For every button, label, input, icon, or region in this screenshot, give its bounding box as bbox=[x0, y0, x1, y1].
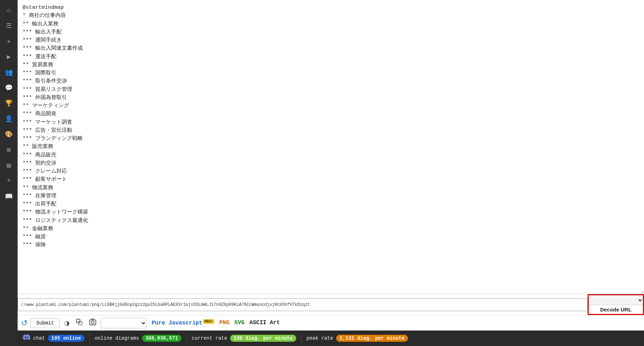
current-rate-badge: 130 diag. per minute bbox=[230, 335, 296, 342]
online-diagrams-badge: 388,036,571 bbox=[142, 335, 181, 342]
sidebar-item-home[interactable]: ⌂ bbox=[1, 3, 16, 18]
pure-javascript-link[interactable]: Pure JavascriptNEW! bbox=[151, 319, 214, 326]
sidebar: ⌂ ☰ ✈ ▶ 👥 💬 🏆 👤 🎨 ⊞ ▤ + 📖 bbox=[0, 0, 18, 346]
format-links: Pure JavascriptNEW! PNG SVG ASCII Art bbox=[151, 319, 280, 326]
sidebar-item-list[interactable]: ☰ bbox=[1, 18, 16, 33]
url-input[interactable] bbox=[18, 298, 588, 311]
svg-point-3 bbox=[91, 321, 94, 324]
sidebar-item-layers[interactable]: ▤ bbox=[1, 158, 16, 173]
sidebar-item-plus[interactable]: + bbox=[1, 173, 16, 188]
camera-icon-button[interactable] bbox=[87, 317, 98, 328]
decode-url-panel: Decode URL bbox=[588, 294, 644, 315]
sidebar-item-grid[interactable]: ⊞ bbox=[1, 142, 16, 157]
sidebar-item-award[interactable]: 🏆 bbox=[1, 96, 16, 111]
current-rate-label: current rate bbox=[192, 335, 227, 341]
svg-link[interactable]: SVG bbox=[234, 320, 244, 326]
sidebar-item-video[interactable]: ▶ bbox=[1, 49, 16, 64]
toolbar-row: ↺ Submit ◑ Pure JavascriptNEW! PNG SVG bbox=[18, 315, 644, 330]
editor-area: @startmindmap * 商社の仕事内容 ** 輸出入業務 *** 輸出入… bbox=[18, 0, 644, 294]
submit-button[interactable]: Submit bbox=[30, 318, 60, 328]
decode-url-button[interactable]: Decode URL bbox=[589, 305, 643, 314]
sidebar-item-book[interactable]: 📖 bbox=[1, 189, 16, 204]
discord-badge: 105 online bbox=[48, 335, 85, 342]
discord-status[interactable]: chat 105 online bbox=[18, 330, 89, 346]
code-editor[interactable]: @startmindmap * 商社の仕事内容 ** 輸出入業務 *** 輸出入… bbox=[18, 0, 644, 294]
discord-icon bbox=[23, 333, 30, 343]
sidebar-item-send[interactable]: ✈ bbox=[1, 34, 16, 49]
sidebar-item-palette[interactable]: 🎨 bbox=[1, 127, 16, 142]
decode-url-select[interactable] bbox=[589, 295, 643, 305]
online-diagrams-label: online diagrams bbox=[95, 335, 139, 341]
url-bar-row: Decode URL bbox=[18, 294, 644, 315]
status-bar: chat 105 online online diagrams 388,036,… bbox=[18, 330, 644, 346]
peak-rate-label: peak rate bbox=[306, 335, 333, 341]
refresh-button[interactable]: ↺ bbox=[21, 319, 27, 328]
peak-rate-badge: 2,131 diag. per minute bbox=[336, 335, 408, 342]
png-link[interactable]: PNG bbox=[219, 320, 229, 326]
online-diagrams-status: online diagrams 388,036,571 bbox=[90, 330, 186, 346]
main-area: @startmindmap * 商社の仕事内容 ** 輸出入業務 *** 輸出入… bbox=[18, 0, 644, 346]
discord-label: chat bbox=[33, 335, 45, 341]
crop-icon-button[interactable] bbox=[74, 317, 85, 328]
sidebar-item-chat[interactable]: 💬 bbox=[1, 80, 16, 95]
ascii-art-link[interactable]: ASCII Art bbox=[249, 320, 280, 326]
brightness-icon-button[interactable]: ◑ bbox=[63, 319, 71, 328]
current-rate-status: current rate 130 diag. per minute bbox=[187, 330, 301, 346]
sidebar-item-community[interactable]: 👥 bbox=[1, 65, 16, 80]
peak-rate-status: peak rate 2,131 diag. per minute bbox=[302, 330, 413, 346]
sidebar-item-users[interactable]: 👤 bbox=[1, 111, 16, 126]
format-dropdown[interactable] bbox=[101, 318, 147, 328]
new-badge: NEW! bbox=[203, 319, 214, 324]
